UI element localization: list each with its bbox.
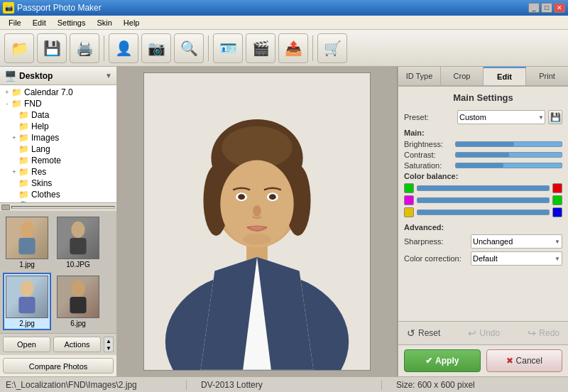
tree-item-help[interactable]: 📁 Help bbox=[1, 121, 115, 132]
reset-btn[interactable]: ↺ Reset bbox=[404, 326, 443, 340]
apply-cancel-bar: ✔ Apply ✖ Cancel bbox=[398, 344, 568, 376]
color-bar-2[interactable] bbox=[417, 197, 550, 203]
color-row-2 bbox=[404, 195, 562, 205]
color-row-3 bbox=[404, 207, 562, 217]
actions-btn[interactable]: Actions bbox=[53, 337, 101, 352]
menu-edit[interactable]: Edit bbox=[27, 17, 52, 28]
redo-btn[interactable]: ↪ Redo bbox=[525, 326, 562, 340]
folder-icon: 🖥️ bbox=[4, 70, 16, 82]
tab-edit[interactable]: Edit bbox=[484, 67, 526, 85]
preset-select-wrapper: Custom ▼ bbox=[457, 110, 545, 124]
toolbar: 📁 💾 🖨️ 👤 📷 🔍 🪪 🎬 📤 🛒 bbox=[0, 30, 568, 67]
open-file-btn[interactable]: 📁 bbox=[4, 33, 34, 63]
saturation-row: Saturation: bbox=[404, 161, 562, 170]
export-btn[interactable]: 📤 bbox=[278, 33, 308, 63]
thumb-item-2[interactable]: 2.jpg bbox=[3, 273, 51, 330]
svg-rect-3 bbox=[70, 238, 86, 254]
tab-crop[interactable]: Crop bbox=[441, 67, 484, 85]
svg-rect-7 bbox=[70, 297, 86, 313]
svg-point-0 bbox=[20, 222, 33, 238]
tree-item-clothes[interactable]: 📁 Clothes bbox=[1, 189, 115, 200]
brightness-label: Brightness: bbox=[404, 140, 452, 148]
contrast-row: Contrast: bbox=[404, 151, 562, 159]
open-btn[interactable]: Open bbox=[3, 337, 50, 352]
tree-item-fnd[interactable]: - 📁 FND bbox=[1, 98, 115, 109]
brightness-slider[interactable] bbox=[455, 141, 562, 147]
compare-photos-btn[interactable]: Compare Photos bbox=[3, 358, 114, 374]
tree-scrollbar-h[interactable] bbox=[0, 202, 116, 211]
toolbar-sep-2 bbox=[208, 36, 209, 61]
tree-item-skins[interactable]: 📁 Skins bbox=[1, 178, 115, 189]
svg-point-4 bbox=[20, 281, 33, 297]
saturation-slider[interactable] bbox=[455, 163, 562, 168]
person-btn[interactable]: 👤 bbox=[109, 33, 138, 63]
svg-point-29 bbox=[243, 234, 271, 245]
tab-id-type[interactable]: ID Type bbox=[398, 67, 441, 85]
svg-point-2 bbox=[71, 222, 84, 238]
color-swatch-magenta bbox=[404, 195, 414, 205]
thumb-row-1: 1.jpg 10.JPG bbox=[3, 214, 114, 271]
film-btn[interactable]: 🎬 bbox=[246, 33, 275, 63]
apply-btn[interactable]: ✔ Apply bbox=[404, 349, 481, 372]
reset-icon: ↺ bbox=[407, 327, 415, 339]
save-preset-btn[interactable]: 💾 bbox=[548, 110, 562, 124]
saturation-label: Saturation: bbox=[404, 161, 452, 170]
sharpness-row: Sharpness: Unchanged Low Medium High ▼ bbox=[404, 234, 562, 249]
file-tree[interactable]: + 📁 Calendar 7.0 - 📁 FND 📁 Data 📁 Help + bbox=[0, 85, 116, 202]
actions-arrow-btn[interactable]: ▲ ▼ bbox=[104, 337, 114, 352]
cancel-btn[interactable]: ✖ Cancel bbox=[486, 349, 563, 372]
photo-area bbox=[117, 67, 398, 376]
contrast-label: Contrast: bbox=[404, 151, 452, 159]
sharpness-select[interactable]: Unchanged Low Medium High bbox=[471, 234, 562, 249]
camera-btn[interactable]: 📷 bbox=[141, 33, 171, 63]
tree-item-lang[interactable]: 📁 Lang bbox=[1, 143, 115, 155]
reset-label: Reset bbox=[418, 328, 440, 338]
menu-help[interactable]: Help bbox=[118, 17, 146, 28]
menu-settings[interactable]: Settings bbox=[52, 17, 92, 28]
tree-item-calendar[interactable]: + 📁 Calendar 7.0 bbox=[1, 87, 115, 98]
thumb-label-6: 6.jpg bbox=[70, 320, 86, 327]
thumb-item-1[interactable]: 1.jpg bbox=[3, 214, 51, 271]
tree-item-images[interactable]: + 📁 Images bbox=[1, 132, 115, 143]
app-icon: 📷 bbox=[3, 2, 14, 13]
search-btn[interactable]: 🔍 bbox=[174, 33, 204, 63]
util-buttons: ↺ Reset ↩ Undo ↪ Redo bbox=[398, 321, 568, 344]
preset-row: Preset: Custom ▼ 💾 bbox=[404, 110, 562, 124]
color-bar-1[interactable] bbox=[417, 185, 550, 191]
preset-select[interactable]: Custom bbox=[457, 110, 545, 124]
sharpness-label: Sharpness: bbox=[404, 237, 468, 246]
section-title: Main Settings bbox=[404, 92, 562, 103]
svg-rect-1 bbox=[18, 238, 35, 254]
thumbnail-area[interactable]: 1.jpg 10.JPG bbox=[0, 211, 116, 333]
titlebar: 📷 Passport Photo Maker _ □ ✕ bbox=[0, 0, 568, 16]
tree-item-res[interactable]: + 📁 Res bbox=[1, 166, 115, 178]
cart-btn[interactable]: 🛒 bbox=[317, 33, 347, 63]
thumb-item-10[interactable]: 10.JPG bbox=[54, 214, 102, 271]
status-size: Size: 600 x 600 pixel bbox=[396, 380, 562, 390]
tab-bar: ID Type Crop Edit Print bbox=[398, 67, 568, 87]
color-row-1 bbox=[404, 183, 562, 193]
close-btn[interactable]: ✕ bbox=[554, 3, 565, 13]
minimize-btn[interactable]: _ bbox=[528, 3, 540, 13]
id-btn[interactable]: 🪪 bbox=[213, 33, 243, 63]
menu-file[interactable]: File bbox=[3, 17, 27, 28]
cancel-x-icon: ✖ bbox=[506, 356, 513, 366]
maximize-btn[interactable]: □ bbox=[541, 3, 552, 13]
advanced-section: Advanced: Sharpness: Unchanged Low Mediu… bbox=[404, 223, 562, 266]
undo-btn[interactable]: ↩ Undo bbox=[465, 326, 503, 340]
thumb-label-2: 2.jpg bbox=[19, 320, 35, 327]
tree-item-remote[interactable]: 📁 Remote bbox=[1, 155, 115, 166]
tab-print[interactable]: Print bbox=[526, 67, 568, 85]
window-controls: _ □ ✕ bbox=[528, 3, 565, 13]
thumb-item-6[interactable]: 6.jpg bbox=[54, 273, 102, 330]
print-btn[interactable]: 🖨️ bbox=[70, 33, 99, 63]
color-bar-3[interactable] bbox=[417, 209, 550, 215]
tree-item-data[interactable]: 📁 Data bbox=[1, 109, 115, 121]
contrast-slider[interactable] bbox=[455, 152, 562, 158]
toolbar-sep-3 bbox=[312, 36, 313, 61]
color-correction-select[interactable]: Default None Auto bbox=[471, 251, 562, 266]
svg-point-6 bbox=[71, 281, 84, 297]
save-btn[interactable]: 💾 bbox=[37, 33, 67, 63]
menu-skin[interactable]: Skin bbox=[91, 17, 117, 28]
folder-dropdown-icon[interactable]: ▼ bbox=[105, 72, 112, 80]
